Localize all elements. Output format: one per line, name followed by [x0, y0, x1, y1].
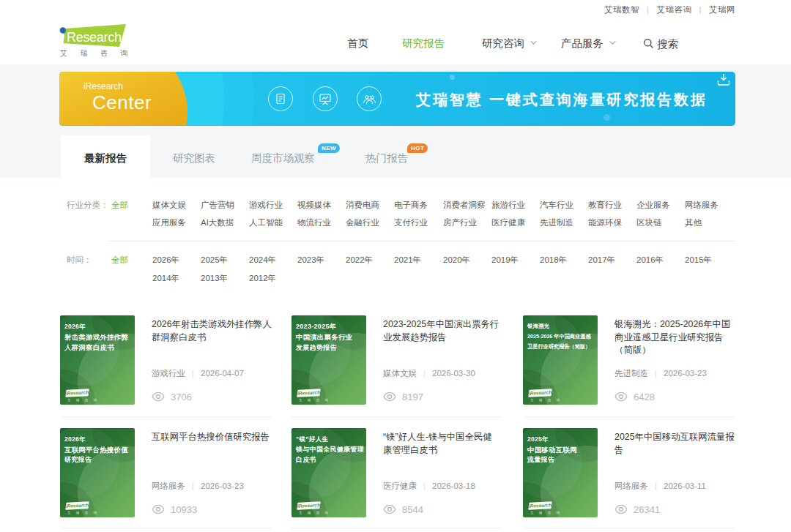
- svg-text:Research: Research: [67, 30, 122, 45]
